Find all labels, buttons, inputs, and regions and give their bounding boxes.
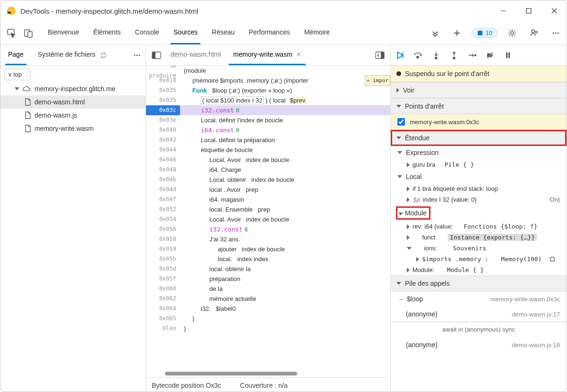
breakpoints-section[interactable]: Points d'arrêt — [391, 98, 567, 114]
close-button[interactable] — [548, 4, 561, 17]
code-line[interactable]: 0x044étiquette de boucle — [146, 145, 390, 155]
nav-tab-sync-icon[interactable] — [100, 52, 107, 59]
nav-tab-filesystem[interactable]: Système de fichiers — [35, 45, 98, 65]
memory-chip-icon[interactable] — [549, 256, 556, 263]
code-line[interactable]: 0x058J'ai 32 ans. — [146, 234, 390, 244]
code-line[interactable]: 0x056i32.const 8 — [146, 224, 390, 234]
pause-exceptions-button[interactable] — [502, 50, 514, 61]
kebab-icon[interactable] — [549, 26, 563, 40]
cloud-icon — [22, 85, 32, 93]
code-line[interactable]: 0x054Local. Avoir index de boucle — [146, 214, 390, 224]
breakpoint-item[interactable]: memory-write.wasm:0x3c — [391, 114, 567, 130]
watch-section[interactable]: Voir — [391, 82, 567, 98]
code-line[interactable]: Oleo) — [146, 324, 390, 333]
code-line[interactable]: 0x05blocal. index index — [146, 254, 390, 264]
status-coverage: Couverture : n/a — [240, 382, 287, 389]
step-out-button[interactable] — [448, 50, 460, 61]
code-line[interactable]: 0x035( local $100 index I 32 ) ( local $… — [146, 95, 390, 105]
nav-toggle-icon[interactable] — [150, 49, 163, 62]
settings-icon[interactable] — [505, 26, 519, 40]
window-title: DevTools - memory-inspector.glitch.me/de… — [20, 7, 198, 15]
code-line[interactable]: 0x03eLocal. définir l'index de boucle — [146, 115, 390, 125]
code-line[interactable]: 0x035Funk $loop (;ø;) (exporter « loop »… — [146, 85, 390, 95]
callstack-frame[interactable]: →$loopmemory-write.wasm:0x3c — [391, 291, 567, 307]
code-line[interactable]: 0x042Local. définir la préparation — [146, 135, 390, 145]
file-memory-write-wasm[interactable]: memory-write.wasm — [0, 122, 146, 135]
domain-row[interactable]: memory-inspector.glitch.me — [0, 82, 146, 95]
issues-badge[interactable]: 10 — [472, 28, 498, 38]
step-over-button[interactable] — [412, 50, 424, 61]
scope-module[interactable]: Module — [391, 205, 567, 221]
scope-expression[interactable]: Expression — [391, 146, 567, 159]
scope-row[interactable]: $pindex I 32 {value: 0}On} — [391, 194, 567, 205]
horizontal-scrollbar[interactable] — [165, 372, 297, 375]
code-line[interactable]: 0x05fpréparation — [146, 274, 390, 284]
scope-row[interactable]: if 1 bra étiqueté end stack: loop — [391, 183, 567, 194]
nav-more-icon[interactable] — [133, 51, 141, 59]
file-icon — [24, 111, 32, 119]
svg-point-15 — [535, 31, 537, 33]
svg-rect-4 — [526, 9, 531, 13]
scope-row[interactable]: Module: Module { } — [391, 264, 567, 275]
src-tab-demo-wasm-html[interactable]: demo-wasm.html — [166, 45, 226, 65]
code-line[interactable]: 0x04dlocal . Avoir prep — [146, 185, 390, 195]
inspect-icon[interactable] — [4, 26, 18, 40]
svg-point-33 — [453, 57, 455, 59]
nav-toggle-right-icon[interactable] — [373, 49, 387, 62]
scope-row[interactable]: ions: Souvenirs — [391, 243, 567, 254]
code-line[interactable]: Se produire(module — [146, 66, 390, 76]
tab-elements[interactable]: Éléments — [90, 21, 123, 44]
code-line[interactable]: 0x065) — [146, 314, 390, 324]
resume-button[interactable] — [395, 50, 406, 61]
code-editor[interactable]: Se produire(module0x010(mémoire $imports… — [146, 66, 390, 377]
svg-rect-2 — [8, 12, 11, 14]
src-tab-memory-write-wasm[interactable]: memory-write.wasm — [229, 45, 306, 65]
callstack-frame[interactable]: (anonyme)demo-wasm.js:17 — [391, 307, 567, 322]
file-demo-wasm-js[interactable]: demo-wasm.js — [0, 109, 146, 122]
code-line[interactable]: 0x064i32. $label0 — [146, 304, 390, 314]
code-line[interactable]: 0x062mémoire actuelle — [146, 294, 390, 304]
svg-point-31 — [435, 57, 437, 59]
step-button[interactable] — [466, 50, 478, 61]
breakpoint-checkbox[interactable] — [397, 118, 405, 126]
code-line[interactable]: 0x048i64. Charge — [146, 165, 390, 175]
code-line[interactable]: 0x052local. Ensemble prep — [146, 205, 390, 214]
minimize-button[interactable] — [497, 4, 510, 17]
scope-section[interactable]: Étendue — [391, 130, 567, 146]
code-line[interactable]: 0x04fi64. magasin — [146, 195, 390, 205]
file-demo-wasm-html[interactable]: demo-wasm.html — [0, 95, 146, 109]
scope-local[interactable]: Local — [391, 170, 567, 183]
code-line[interactable]: 0x03ci32.const 0 — [146, 105, 390, 115]
tab-memory[interactable]: Mémoire — [301, 21, 333, 44]
tab-sources[interactable]: Sources — [171, 21, 200, 44]
scope-row[interactable]: rev: i64 {value: Fonctions {$loop: f} — [391, 221, 567, 232]
callstack-section[interactable]: Pile des appels — [391, 275, 567, 291]
step-into-button[interactable] — [430, 50, 442, 61]
plus-icon[interactable] — [450, 26, 464, 40]
code-line[interactable]: 0x040i64.const 0 — [146, 125, 390, 135]
nav-tab-page[interactable]: Page — [5, 45, 26, 65]
more-tabs-icon[interactable] — [428, 26, 442, 40]
tab-performance[interactable]: Performances — [246, 21, 293, 44]
code-line[interactable]: 0x04bLocal. obtenir index de boucle — [146, 175, 390, 185]
code-line[interactable]: 0x059ajouter index de boucle — [146, 244, 390, 254]
scope-row[interactable]: funct Instance {exports: {…}} — [391, 232, 567, 243]
svg-rect-27 — [381, 52, 384, 59]
code-line[interactable]: 0x046Local. Avoir index de boucle — [146, 155, 390, 165]
tab-bienvenue[interactable]: Bienvenue — [45, 21, 82, 44]
feedback-icon[interactable] — [527, 26, 541, 40]
callstack-frame[interactable]: (anonyme)demo-wasm.js:18 — [391, 337, 567, 352]
code-line[interactable]: 0x060de la — [146, 284, 390, 294]
scope-row[interactable]: $imports .memory : Memory(100) — [391, 254, 567, 264]
device-toggle-icon[interactable] — [21, 26, 35, 40]
overflow-chip: « impor — [365, 75, 390, 86]
code-line[interactable]: 0x05dlocal. obtenir la — [146, 264, 390, 274]
close-tab-icon[interactable] — [296, 52, 301, 57]
tab-console[interactable]: Console — [132, 21, 162, 44]
maximize-button[interactable] — [522, 4, 535, 17]
deactivate-breakpoints-button[interactable] — [484, 50, 496, 61]
tab-network[interactable]: Réseau — [209, 21, 237, 44]
scope-row[interactable]: guru bra Pile { } — [391, 159, 567, 170]
code-line[interactable]: 0x010(mémoire $imports .memory (;ø;) (im… — [146, 76, 390, 85]
frame-selector[interactable]: v top — [4, 68, 31, 80]
